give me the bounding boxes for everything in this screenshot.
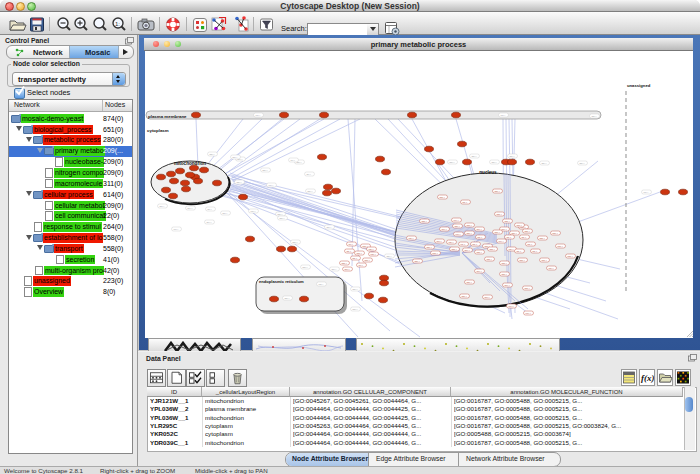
svg-text:bb(-): bb(-) (263, 169, 268, 172)
svg-text:aa(-): aa(-) (492, 161, 497, 164)
svg-text:ad(-): ad(-) (497, 213, 502, 216)
svg-text:ab(-): ab(-) (462, 295, 467, 298)
svg-text:cc(-): cc(-) (644, 191, 649, 194)
svg-text:de(-): de(-) (505, 284, 510, 287)
svg-text:db(-): db(-) (495, 190, 500, 193)
svg-text:ac(-): ac(-) (437, 240, 442, 243)
svg-text:ab(-): ab(-) (467, 281, 472, 284)
svg-text:ce(-): ce(-) (174, 228, 179, 231)
svg-text:dg(-): dg(-) (210, 153, 215, 156)
svg-text:ec(-): ec(-) (501, 114, 506, 117)
svg-text:dc(-): dc(-) (485, 296, 490, 299)
svg-text:bd(-): bd(-) (568, 255, 573, 258)
svg-text:da(-): da(-) (365, 259, 370, 262)
svg-text:ae(-): ae(-) (477, 228, 482, 231)
svg-text:ae(-): ae(-) (207, 221, 212, 224)
svg-text:af(-): af(-) (517, 250, 522, 253)
svg-text:cd(-): cd(-) (449, 241, 454, 244)
svg-text:da(-): da(-) (280, 217, 285, 220)
svg-text:ba(-): ba(-) (433, 252, 438, 255)
svg-text:ac(-): ac(-) (332, 268, 337, 271)
svg-text:nucleus: nucleus (479, 170, 497, 175)
svg-text:ab(-): ab(-) (472, 155, 477, 158)
svg-text:da(-): da(-) (520, 259, 525, 262)
svg-text:dg(-): dg(-) (540, 237, 545, 240)
svg-text:bd(-): bd(-) (278, 213, 283, 216)
svg-text:dd(-): dd(-) (490, 248, 495, 251)
svg-text:af(-): af(-) (307, 173, 312, 176)
svg-text:af(-): af(-) (507, 236, 512, 239)
svg-text:db(-): db(-) (580, 162, 585, 165)
svg-text:ef(-): ef(-) (461, 243, 466, 246)
svg-text:bc(-): bc(-) (233, 156, 238, 159)
svg-text:cc(-): cc(-) (269, 184, 274, 187)
svg-text:af(-): af(-) (522, 236, 527, 239)
svg-text:de(-): de(-) (465, 249, 470, 252)
svg-text:ad(-): ad(-) (342, 262, 347, 265)
svg-text:be(-): be(-) (188, 207, 193, 210)
svg-text:bf(-): bf(-) (473, 243, 478, 246)
svg-text:bc(-): bc(-) (223, 212, 228, 215)
svg-text:bb(-): bb(-) (308, 190, 313, 193)
svg-text:1:: 1: (115, 20, 120, 26)
svg-text:bf(-): bf(-) (208, 208, 213, 211)
svg-text:db(-): db(-) (510, 155, 515, 158)
svg-text:ag(-): ag(-) (477, 251, 482, 254)
svg-text:dc(-): dc(-) (160, 205, 165, 208)
svg-text:cb(-): cb(-) (549, 267, 554, 270)
svg-text:ag(-): ag(-) (237, 181, 242, 184)
svg-text:ad(-): ad(-) (422, 220, 427, 223)
svg-text:ac(-): ac(-) (327, 226, 332, 229)
svg-text:unassigned: unassigned (627, 83, 651, 88)
svg-text:aa(-): aa(-) (542, 259, 547, 262)
svg-text:cd(-): cd(-) (319, 283, 324, 286)
svg-text:af(-): af(-) (347, 250, 352, 253)
svg-text:ba(-): ba(-) (303, 266, 308, 269)
svg-text:bb(-): bb(-) (553, 232, 558, 235)
svg-text:bf(-): bf(-) (353, 257, 358, 260)
svg-text:ad(-): ad(-) (452, 248, 457, 251)
svg-text:dg(-): dg(-) (525, 230, 530, 233)
svg-text:mitochondrion: mitochondrion (174, 161, 206, 166)
svg-text:eb(-): eb(-) (371, 253, 376, 256)
svg-text:dd(-): dd(-) (505, 220, 510, 223)
svg-text:aa(-): aa(-) (517, 224, 522, 227)
svg-text:aa(-): aa(-) (357, 252, 362, 255)
svg-text:ba(-): ba(-) (353, 308, 358, 311)
svg-text:cd(-): cd(-) (509, 248, 514, 251)
svg-text:bf(-): bf(-) (528, 243, 533, 246)
svg-text:cg(-): cg(-) (409, 237, 414, 240)
svg-text:ee(-): ee(-) (526, 312, 531, 315)
svg-text:aa(-): aa(-) (502, 273, 507, 276)
svg-text:bd(-): bd(-) (293, 241, 298, 244)
svg-text:cytoplasm: cytoplasm (147, 128, 169, 133)
svg-text:ab(-): ab(-) (512, 232, 517, 235)
svg-text:da(-): da(-) (440, 196, 445, 199)
svg-text:da(-): da(-) (450, 161, 455, 164)
svg-text:plasma membrane: plasma membrane (148, 114, 187, 119)
svg-text:ec(-): ec(-) (256, 114, 261, 117)
svg-text:ab(-): ab(-) (427, 246, 432, 249)
svg-text:cf(-): cf(-) (349, 243, 354, 246)
svg-text:bf(-): bf(-) (478, 236, 483, 239)
svg-text:cc(-): cc(-) (454, 219, 459, 222)
svg-text:aa(-): aa(-) (467, 224, 472, 227)
svg-text:ab(-): ab(-) (467, 232, 472, 235)
svg-text:db(-): db(-) (455, 225, 460, 228)
svg-text:endoplasmic reticulum: endoplasmic reticulum (259, 279, 304, 284)
svg-text:ef(-): ef(-) (291, 159, 296, 162)
svg-text:ea(-): ea(-) (251, 210, 256, 213)
svg-text:ba(-): ba(-) (558, 245, 563, 248)
svg-text:ab(-): ab(-) (542, 162, 547, 165)
svg-text:da(-): da(-) (525, 287, 530, 290)
svg-text:ad(-): ad(-) (592, 115, 597, 118)
svg-text:da(-): da(-) (495, 231, 500, 234)
svg-text:ad(-): ad(-) (387, 255, 392, 258)
svg-text:f(x): f(x) (641, 373, 654, 383)
svg-text:ce(-): ce(-) (509, 305, 514, 308)
svg-text:bb(-): bb(-) (353, 288, 358, 291)
svg-text:ae(-): ae(-) (442, 228, 447, 231)
svg-text:ae(-): ae(-) (477, 270, 482, 273)
svg-text:ag(-): ag(-) (487, 258, 492, 261)
svg-text:cf(-): cf(-) (359, 264, 364, 267)
